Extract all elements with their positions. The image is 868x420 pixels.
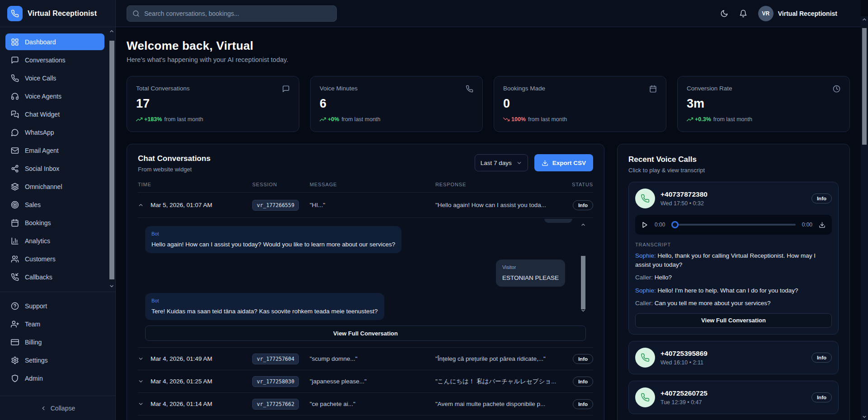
speaker-label: Sophie: bbox=[635, 287, 656, 294]
sidebar-item-label: Billing bbox=[25, 339, 42, 346]
notifications-button[interactable] bbox=[739, 9, 747, 18]
sidebar-item-label: Callbacks bbox=[25, 274, 52, 281]
info-badge[interactable]: Info bbox=[811, 353, 832, 363]
date-range-value: Last 7 days bbox=[481, 160, 512, 166]
dark-mode-toggle[interactable] bbox=[720, 9, 728, 18]
scroll-up-icon[interactable] bbox=[862, 16, 867, 23]
phone-avatar-icon bbox=[635, 348, 655, 368]
sidebar-item-omnichannel[interactable]: Omnichannel bbox=[5, 178, 104, 195]
chat-section-title: Chat Conversations bbox=[138, 154, 211, 163]
info-badge[interactable]: Info bbox=[811, 392, 832, 402]
layers-icon bbox=[11, 183, 19, 191]
calendar-icon bbox=[11, 219, 19, 227]
col-response: RESPONSE bbox=[435, 182, 561, 187]
sidebar-scroll-thumb[interactable] bbox=[109, 41, 114, 279]
sidebar-item-voice-agents[interactable]: Voice Agents bbox=[5, 88, 104, 104]
sidebar-item-sales[interactable]: Sales bbox=[5, 196, 104, 213]
sidebar-item-dashboard[interactable]: Dashboard bbox=[5, 33, 104, 50]
sidebar-item-customers[interactable]: Customers bbox=[5, 250, 104, 267]
sidebar-scrollbar[interactable] bbox=[108, 28, 115, 289]
stat-value: 3m bbox=[687, 97, 840, 111]
search-input[interactable] bbox=[144, 10, 331, 17]
seek-handle[interactable] bbox=[671, 221, 679, 228]
download-icon bbox=[542, 160, 548, 166]
info-badge[interactable]: Info bbox=[573, 399, 593, 409]
info-badge[interactable]: Info bbox=[573, 377, 593, 387]
info-badge[interactable]: Info bbox=[573, 354, 593, 364]
seek-track[interactable] bbox=[674, 224, 795, 226]
chevron-down-icon[interactable] bbox=[138, 378, 144, 384]
date-range-select[interactable]: Last 7 days bbox=[475, 154, 528, 171]
sidebar-item-support[interactable]: Support bbox=[5, 297, 104, 314]
sidebar-collapse-button[interactable]: Collapse bbox=[0, 396, 115, 420]
message-text: Hello again! How can I assist you today?… bbox=[151, 241, 395, 249]
table-row[interactable]: Mar 4, 2026, 01:25 AM vr_177258030 "japa… bbox=[138, 370, 593, 393]
page-scrollbar[interactable] bbox=[861, 16, 868, 420]
sidebar-item-social-inbox[interactable]: Social Inbox bbox=[5, 160, 104, 177]
download-recording-button[interactable] bbox=[819, 222, 826, 228]
table-row[interactable]: Mar 4, 2026, 01:49 AM vr_177257604 "scum… bbox=[138, 348, 593, 370]
voice-call-card[interactable]: +40725395869 Wed 16:10 • 2:11 Info bbox=[628, 341, 839, 374]
user-menu[interactable]: VR Virtual Receptionist bbox=[758, 6, 837, 21]
gear-icon bbox=[11, 356, 19, 364]
stat-delta-note: from last month bbox=[341, 116, 380, 123]
users-icon bbox=[11, 255, 19, 263]
scroll-up-icon[interactable] bbox=[109, 28, 114, 34]
sidebar-item-analytics[interactable]: Analytics bbox=[5, 232, 104, 249]
sidebar-item-voice-calls[interactable]: Voice Calls bbox=[5, 70, 104, 86]
user-plus-icon bbox=[11, 320, 19, 328]
table-row-partial[interactable] bbox=[138, 415, 593, 420]
sidebar-item-bookings[interactable]: Bookings bbox=[5, 214, 104, 231]
stat-delta: 100% bbox=[503, 116, 526, 123]
audio-player: 0:00 0:00 bbox=[635, 215, 832, 235]
conversation-scrollbar[interactable] bbox=[580, 222, 587, 314]
info-badge[interactable]: Info bbox=[573, 200, 593, 210]
sidebar-item-admin[interactable]: Admin bbox=[5, 370, 104, 387]
scroll-down-icon[interactable] bbox=[109, 283, 114, 289]
shield-icon bbox=[11, 374, 19, 382]
transcript-line: Caller: Hello? bbox=[635, 273, 832, 282]
sidebar-item-chat-widget[interactable]: Chat Widget bbox=[5, 106, 104, 123]
app-root: Virtual Receptionist Dashboard Conversat… bbox=[0, 0, 868, 420]
chevron-up-icon[interactable] bbox=[138, 202, 144, 208]
info-badge[interactable]: Info bbox=[811, 193, 832, 203]
call-meta: Tue 12:39 • 0:47 bbox=[660, 399, 708, 406]
sidebar-item-callbacks[interactable]: Callbacks bbox=[5, 269, 104, 285]
scroll-up-icon[interactable] bbox=[580, 222, 586, 228]
chevron-down-icon bbox=[516, 160, 522, 166]
export-csv-button[interactable]: Export CSV bbox=[534, 154, 593, 171]
scroll-down-icon[interactable] bbox=[862, 414, 867, 420]
sidebar-item-billing[interactable]: Billing bbox=[5, 334, 104, 350]
topbar-actions: VR Virtual Receptionist bbox=[720, 6, 837, 21]
page-scroll-thumb[interactable] bbox=[862, 28, 867, 145]
message-circle-icon bbox=[11, 128, 19, 137]
table-row[interactable]: Mar 5, 2026, 01:07 AM vr_177266559 "HI..… bbox=[138, 193, 593, 218]
chevron-down-icon[interactable] bbox=[138, 401, 144, 407]
chevron-down-icon[interactable] bbox=[138, 356, 144, 362]
conversation-scroll-thumb[interactable] bbox=[581, 256, 585, 309]
page-scroll-track[interactable] bbox=[861, 23, 868, 414]
mail-icon bbox=[11, 146, 19, 155]
sidebar-item-label: Analytics bbox=[25, 237, 50, 245]
play-button[interactable] bbox=[642, 222, 648, 228]
message-square-icon bbox=[282, 85, 290, 93]
stat-card-total-conversations: Total Conversations 17 +183% from last m… bbox=[127, 76, 299, 132]
sidebar-item-email-agent[interactable]: Email Agent bbox=[5, 142, 104, 159]
session-badge: vr_177266559 bbox=[252, 200, 299, 211]
sidebar-item-conversations[interactable]: Conversations bbox=[5, 52, 104, 68]
row-response: "こんにちは！ 私はバーチャルレセプショ... bbox=[435, 378, 561, 386]
voice-call-card[interactable]: +40737872380 Wed 17:50 • 0:32 Info 0:00 bbox=[628, 182, 839, 335]
sidebar-scroll-track[interactable] bbox=[108, 34, 115, 283]
conversation-scroll-track[interactable] bbox=[580, 228, 587, 307]
message-text: Tere! Kuidas ma saan teid täna aidata? K… bbox=[151, 307, 378, 316]
view-full-conversation-button[interactable]: View Full Conversation bbox=[145, 326, 586, 341]
sidebar-item-team[interactable]: Team bbox=[5, 316, 104, 332]
voice-call-card[interactable]: +40725260725 Tue 12:39 • 0:47 Info bbox=[628, 381, 839, 414]
view-full-conversation-button[interactable]: View Full Conversation bbox=[635, 313, 832, 328]
play-icon bbox=[642, 222, 648, 228]
seek-slider[interactable] bbox=[671, 221, 795, 228]
sidebar-item-whatsapp[interactable]: WhatsApp bbox=[5, 124, 104, 141]
row-message: "HI..." bbox=[310, 202, 435, 208]
sidebar-item-settings[interactable]: Settings bbox=[5, 352, 104, 368]
table-row[interactable]: Mar 4, 2026, 01:14 AM vr_177257662 "ce p… bbox=[138, 393, 593, 415]
